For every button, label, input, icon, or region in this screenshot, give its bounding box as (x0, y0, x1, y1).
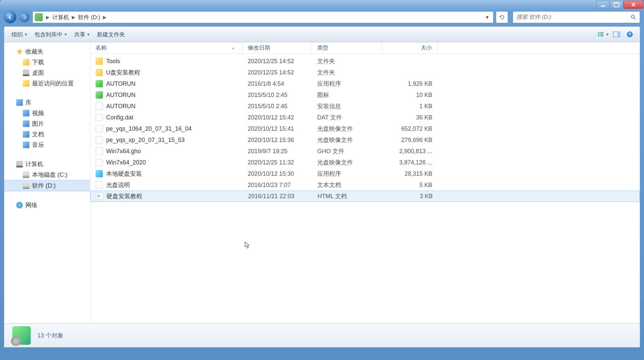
sidebar-music[interactable]: 音乐 (4, 140, 90, 150)
file-date: 2016/10/23 7:07 (242, 182, 312, 189)
chevron-right-icon[interactable]: ▶ (45, 15, 51, 20)
file-size: 652,072 KB (381, 125, 438, 132)
file-date: 2020/10/12 15:41 (242, 125, 312, 132)
preview-pane-button[interactable] (611, 30, 623, 39)
sidebar-drive-d[interactable]: 软件 (D:) (4, 180, 90, 191)
help-button[interactable]: ? (624, 30, 636, 39)
sidebar-item-label: 视频 (32, 109, 44, 117)
breadcrumb-computer[interactable]: 计算机 (51, 14, 70, 21)
file-row[interactable]: pe_yqs_1064_20_07_31_16_042020/10/12 15:… (90, 123, 640, 134)
sidebar-desktop[interactable]: 桌面 (4, 68, 90, 78)
main-area: 收藏夹 下载 桌面 最近访问的位置 库 视频 图片 文档 音乐 计算机 本地磁盘… (4, 42, 640, 324)
file-type: GHO 文件 (312, 147, 381, 155)
file-area: 名称▴ 修改日期 类型 大小 Tools2020/12/25 14:52文件夹U… (90, 42, 640, 323)
libraries-header[interactable]: 库 (4, 97, 90, 108)
maximize-button[interactable] (610, 1, 623, 9)
close-button[interactable] (623, 1, 643, 9)
svg-rect-6 (600, 35, 604, 36)
file-type: 光盘映像文件 (312, 158, 381, 166)
include-label: 包含到库中 (34, 31, 63, 38)
navbar: ▶ 计算机 ▶ 软件 (D:) ▶ ▼ (4, 9, 640, 25)
include-menu[interactable]: 包含到库中▼ (31, 29, 71, 40)
minimize-button[interactable] (596, 1, 610, 9)
sidebar-item-label: 下载 (32, 58, 44, 66)
file-row[interactable]: AUTORUN2016/1/8 4:54应用程序1,926 KB (90, 78, 640, 89)
refresh-button[interactable] (496, 11, 508, 23)
file-row[interactable]: Win7x64_20202020/12/25 11:32光盘映像文件3,874,… (90, 157, 640, 168)
back-button[interactable] (4, 11, 17, 23)
sidebar-recent[interactable]: 最近访问的位置 (4, 78, 90, 89)
search-input[interactable] (516, 14, 630, 21)
chevron-down-icon: ▼ (606, 32, 609, 36)
file-name: pe_yqs_1064_20_07_31_16_04 (106, 125, 192, 132)
organize-label: 组织 (12, 31, 23, 38)
column-size[interactable]: 大小 (381, 42, 438, 53)
file-name: 光盘说明 (106, 181, 130, 189)
file-name: Win7x64_2020 (106, 159, 146, 166)
file-type: 文本文档 (312, 181, 381, 189)
sidebar-pictures[interactable]: 图片 (4, 118, 90, 129)
libraries-label: 库 (25, 99, 31, 107)
file-name: AUTORUN (106, 103, 136, 110)
address-dropdown[interactable]: ▼ (483, 15, 491, 20)
drive-icon (35, 13, 43, 21)
library-icon (16, 99, 23, 106)
file-row[interactable]: AUTORUN2015/5/10 2:45安装信息1 KB (90, 101, 640, 112)
column-type[interactable]: 类型 (312, 42, 381, 53)
sidebar-downloads[interactable]: 下载 (4, 57, 90, 68)
column-date[interactable]: 修改日期 (242, 42, 312, 53)
file-date: 2015/5/10 2:45 (242, 103, 312, 110)
address-bar[interactable]: ▶ 计算机 ▶ 软件 (D:) ▶ ▼ (32, 11, 494, 23)
file-row[interactable]: U盘安装教程2020/12/25 14:52文件夹 (90, 67, 640, 78)
column-name[interactable]: 名称▴ (90, 42, 242, 53)
libraries-group: 库 视频 图片 文档 音乐 (4, 97, 90, 150)
breadcrumb: ▶ 计算机 ▶ 软件 (D:) ▶ (45, 14, 108, 21)
view-button[interactable]: ▼ (597, 30, 609, 39)
folder-icon (96, 58, 103, 65)
explorer-window: ▶ 计算机 ▶ 软件 (D:) ▶ ▼ 组织▼ 包含到库中▼ 共享▼ 新建文件夹… (0, 0, 644, 360)
file-row[interactable]: 硬盘安装教程2016/11/21 22:03HTML 文档3 KB (90, 191, 640, 202)
forward-button[interactable] (19, 12, 30, 22)
network-icon (16, 202, 23, 208)
chevron-right-icon[interactable]: ▶ (70, 15, 77, 20)
exe-icon (96, 80, 103, 87)
desktop-icon (23, 69, 29, 76)
file-list[interactable]: Tools2020/12/25 14:52文件夹U盘安装教程2020/12/25… (90, 54, 640, 323)
svg-text:?: ? (628, 32, 631, 37)
help-icon: ? (626, 31, 633, 38)
sidebar-videos[interactable]: 视频 (4, 108, 90, 118)
favorites-header[interactable]: 收藏夹 (4, 46, 90, 57)
file-row[interactable]: pe_yqs_xp_20_07_31_15_532020/10/12 15:36… (90, 134, 640, 146)
file-row[interactable]: 光盘说明2016/10/23 7:07文本文档5 KB (90, 179, 640, 191)
close-icon (631, 2, 636, 7)
file-date: 2020/10/12 15:42 (242, 114, 312, 121)
file-name: AUTORUN (106, 92, 136, 99)
organize-menu[interactable]: 组织▼ (8, 29, 31, 40)
file-date: 2015/5/10 2:45 (242, 92, 312, 99)
file-type: 安装信息 (312, 102, 381, 110)
file-row[interactable]: 本地硬盘安装2020/10/12 15:30应用程序28,315 KB (90, 168, 640, 179)
file-row[interactable]: Tools2020/12/25 14:52文件夹 (90, 56, 640, 67)
file-type: 文件夹 (312, 68, 381, 76)
file-row[interactable]: AUTORUN2015/5/10 2:45图标10 KB (90, 89, 640, 101)
sidebar-item-label: 桌面 (32, 69, 44, 77)
sidebar-drive-c[interactable]: 本地磁盘 (C:) (4, 169, 90, 180)
breadcrumb-drive[interactable]: 软件 (D:) (77, 14, 102, 21)
search-box[interactable] (513, 11, 640, 23)
chevron-right-icon[interactable]: ▶ (102, 15, 108, 20)
file-row[interactable]: Win7x64.gho2019/9/7 19:25GHO 文件2,900,813… (90, 146, 640, 157)
file-row[interactable]: Config.dat2020/10/12 15:42DAT 文件36 KB (90, 112, 640, 123)
sidebar-item-label: 音乐 (32, 141, 44, 149)
share-menu[interactable]: 共享▼ (71, 29, 94, 40)
sidebar-documents[interactable]: 文档 (4, 129, 90, 140)
status-text: 13 个对象 (37, 332, 64, 339)
sidebar-item-label: 本地磁盘 (C:) (32, 171, 67, 179)
file-type: 光盘映像文件 (312, 125, 381, 133)
svg-rect-8 (618, 32, 620, 37)
computer-header[interactable]: 计算机 (4, 159, 90, 169)
network-header[interactable]: 网络 (4, 200, 90, 210)
picture-icon (23, 120, 29, 127)
column-headers: 名称▴ 修改日期 类型 大小 (90, 42, 640, 54)
newfolder-button[interactable]: 新建文件夹 (94, 29, 128, 40)
svg-rect-4 (600, 34, 604, 35)
